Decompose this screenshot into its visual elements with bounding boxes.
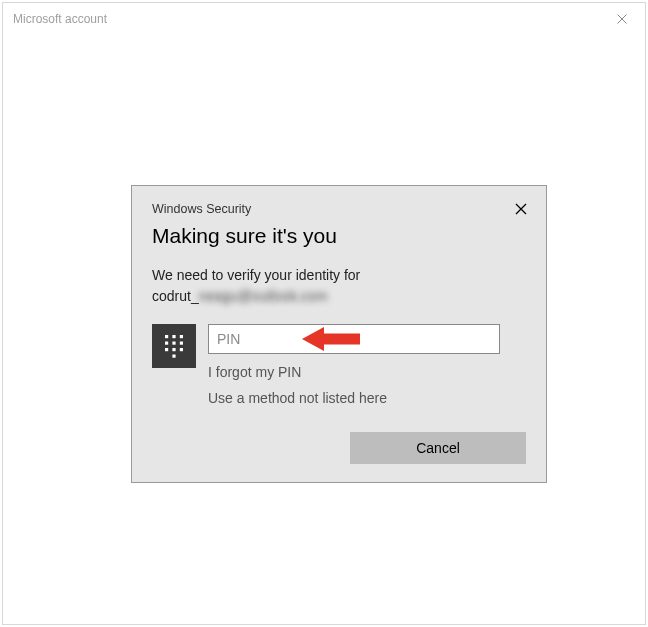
svg-rect-5 — [180, 341, 183, 344]
dialog-footer: Cancel — [152, 432, 526, 464]
keypad-icon — [152, 324, 196, 368]
svg-rect-9 — [172, 354, 175, 357]
outer-titlebar: Microsoft account — [3, 3, 645, 35]
pin-row: I forgot my PIN Use a method not listed … — [152, 324, 526, 406]
close-icon — [515, 203, 527, 215]
pin-input-wrapper — [208, 324, 500, 354]
svg-rect-7 — [172, 348, 175, 351]
svg-rect-8 — [180, 348, 183, 351]
svg-rect-1 — [172, 335, 175, 338]
account-email: codrut_neagu@outlook.com — [152, 287, 526, 306]
pin-input[interactable] — [208, 324, 500, 354]
dialog-title: Windows Security — [152, 202, 251, 216]
dialog-close-button[interactable] — [512, 200, 530, 218]
svg-rect-4 — [172, 341, 175, 344]
close-icon — [617, 14, 627, 24]
microsoft-account-window: Microsoft account Windows Security Makin… — [2, 2, 646, 625]
svg-rect-3 — [165, 341, 168, 344]
dialog-heading: Making sure it's you — [152, 224, 526, 248]
email-visible-part: codrut_ — [152, 288, 199, 304]
dialog-header: Windows Security — [152, 202, 526, 218]
forgot-pin-link[interactable]: I forgot my PIN — [208, 364, 526, 380]
verify-text: We need to verify your identity for — [152, 266, 526, 285]
window-close-button[interactable] — [599, 3, 645, 35]
email-blurred-part: neagu@outlook.com — [199, 288, 328, 304]
svg-rect-2 — [180, 335, 183, 338]
window-title: Microsoft account — [13, 12, 107, 26]
svg-rect-6 — [165, 348, 168, 351]
other-method-link[interactable]: Use a method not listed here — [208, 390, 526, 406]
cancel-button[interactable]: Cancel — [350, 432, 526, 464]
svg-rect-0 — [165, 335, 168, 338]
pin-column: I forgot my PIN Use a method not listed … — [208, 324, 526, 406]
windows-security-dialog: Windows Security Making sure it's you We… — [131, 185, 547, 483]
